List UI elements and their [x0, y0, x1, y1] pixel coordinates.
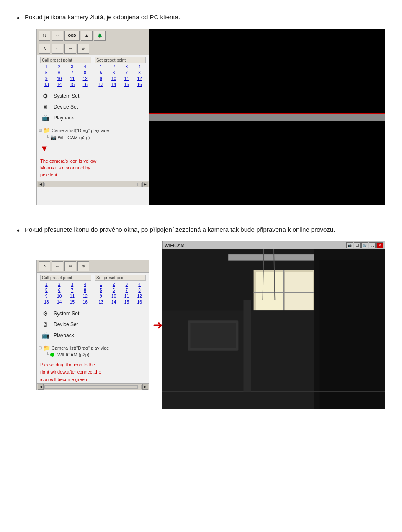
preset-set-14[interactable]: 14: [108, 82, 120, 87]
p2-set-10[interactable]: 10: [108, 293, 120, 299]
system-set-icon: ⚙: [40, 92, 50, 100]
preset-set-3[interactable]: 3: [121, 64, 133, 70]
p2-set-5[interactable]: 5: [95, 288, 107, 293]
preset-call-8[interactable]: 8: [79, 70, 91, 75]
p2-set-8[interactable]: 8: [133, 288, 146, 293]
p2-set-12[interactable]: 12: [133, 293, 146, 299]
preset-set-1[interactable]: 1: [95, 64, 107, 70]
p2-call-14[interactable]: 14: [53, 299, 66, 305]
preset-call-2[interactable]: 2: [53, 64, 66, 70]
svg-rect-13: [191, 323, 236, 348]
tb-phi[interactable]: ⌀: [77, 44, 89, 54]
scroll-left-2[interactable]: ◀: [38, 384, 44, 390]
tb2-back[interactable]: ←: [52, 261, 63, 271]
preset-set-10[interactable]: 10: [108, 76, 120, 81]
p2-call-8[interactable]: 8: [79, 288, 91, 293]
preset-set-2[interactable]: 2: [108, 64, 120, 70]
preset-call-4[interactable]: 4: [79, 64, 91, 70]
preset-call-11[interactable]: 11: [66, 76, 79, 81]
scroll-right[interactable]: ▶: [142, 182, 148, 187]
preset-call-13[interactable]: 13: [40, 82, 53, 87]
tb-osd[interactable]: OSD: [64, 31, 80, 41]
preset-call-15[interactable]: 15: [66, 82, 79, 87]
p2-call-4[interactable]: 4: [79, 282, 91, 287]
preset-set-4[interactable]: 4: [133, 64, 146, 70]
preset-call-6[interactable]: 6: [53, 70, 66, 75]
scroll-left[interactable]: ◀: [38, 182, 44, 187]
p2-call-5[interactable]: 5: [40, 288, 53, 293]
preset-call-7[interactable]: 7: [66, 70, 79, 75]
system-set-label: System Set: [54, 93, 79, 99]
p2-set-1[interactable]: 1: [95, 282, 107, 287]
vc-btn-4[interactable]: ⛶: [369, 242, 376, 248]
p2-set-15[interactable]: 15: [121, 299, 133, 305]
p2-call-9[interactable]: 9: [40, 293, 53, 299]
preset-set-16[interactable]: 16: [133, 82, 146, 87]
tb-updown[interactable]: ↑↓: [39, 31, 50, 41]
preset-set-8[interactable]: 8: [133, 70, 146, 75]
vc-btn-2[interactable]: 🎞: [354, 242, 361, 248]
menu-device-set[interactable]: 🖥 Device Set: [37, 101, 149, 112]
p2-set-2[interactable]: 2: [108, 282, 120, 287]
preset-set-9[interactable]: 9: [95, 76, 107, 81]
tb-back[interactable]: ←: [52, 44, 63, 54]
tb-tree[interactable]: 🌲: [94, 31, 106, 41]
device-set-icon-2: 🖥: [40, 320, 50, 329]
preset-call-9[interactable]: 9: [40, 76, 53, 81]
preset-call-5[interactable]: 5: [40, 70, 53, 75]
p2-set-16[interactable]: 16: [133, 299, 146, 305]
p2-call-10[interactable]: 10: [53, 293, 66, 299]
vc-btn-close[interactable]: ✕: [376, 242, 383, 248]
preset-set-5[interactable]: 5: [95, 70, 107, 75]
p2-set-11[interactable]: 11: [121, 293, 133, 299]
preset-call-10[interactable]: 10: [53, 76, 66, 81]
tb-inf[interactable]: ∞: [64, 44, 76, 54]
menu-system-set[interactable]: ⚙ System Set: [37, 91, 149, 101]
preset-call-16[interactable]: 16: [79, 82, 91, 87]
preset-set-13[interactable]: 13: [95, 82, 107, 87]
vc-btn-1[interactable]: 📷: [346, 242, 353, 248]
preset-set-15[interactable]: 15: [121, 82, 133, 87]
p2-set-3[interactable]: 3: [121, 282, 133, 287]
scrollbar-1[interactable]: ◀ ||| ▶: [37, 181, 149, 187]
menu-playback[interactable]: 📺 Playback: [37, 112, 149, 123]
p2-call-15[interactable]: 15: [66, 299, 79, 305]
scrollbar-2[interactable]: ◀ ||| ▶: [37, 383, 149, 390]
p2-set-7[interactable]: 7: [121, 288, 133, 293]
p2-set-9[interactable]: 9: [95, 293, 107, 299]
vc-btn-3[interactable]: 🔊: [361, 242, 368, 248]
tb-up[interactable]: ▲: [81, 31, 93, 41]
scroll-right-2[interactable]: ▶: [142, 384, 148, 390]
preset-call-3[interactable]: 3: [66, 64, 79, 70]
preset-set-7[interactable]: 7: [121, 70, 133, 75]
tb2-inf[interactable]: ∞: [64, 261, 76, 271]
preset-call-1[interactable]: 1: [40, 64, 53, 70]
preset2-set-grid: 1 2 3 4 5 6 7 8 9 10 11 12 13: [95, 282, 146, 305]
tb-diag[interactable]: ∧: [39, 44, 50, 54]
tb-lr[interactable]: ↔: [52, 31, 63, 41]
p2-call-1[interactable]: 1: [40, 282, 53, 287]
p2-call-2[interactable]: 2: [53, 282, 66, 287]
tb2-phi[interactable]: ⌀: [77, 261, 89, 271]
p2-call-16[interactable]: 16: [79, 299, 91, 305]
p2-call-13[interactable]: 13: [40, 299, 53, 305]
menu2-device-set[interactable]: 🖥 Device Set: [37, 319, 149, 330]
p2-set-4[interactable]: 4: [133, 282, 146, 287]
menu2-playback[interactable]: 📺 Playback: [37, 330, 149, 341]
preset-set-12[interactable]: 12: [133, 76, 146, 81]
p2-call-3[interactable]: 3: [66, 282, 79, 287]
p2-call-6[interactable]: 6: [53, 288, 66, 293]
p2-set-6[interactable]: 6: [108, 288, 120, 293]
menu2-system-set[interactable]: ⚙ System Set: [37, 308, 149, 319]
preset-set-6[interactable]: 6: [108, 70, 120, 75]
p2-set-14[interactable]: 14: [108, 299, 120, 305]
p2-call-12[interactable]: 12: [79, 293, 91, 299]
preset-set-11[interactable]: 11: [121, 76, 133, 81]
system-set-icon-2: ⚙: [40, 309, 50, 318]
preset-call-12[interactable]: 12: [79, 76, 91, 81]
p2-call-11[interactable]: 11: [66, 293, 79, 299]
preset-call-14[interactable]: 14: [53, 82, 66, 87]
p2-set-13[interactable]: 13: [95, 299, 107, 305]
tb2-diag[interactable]: ∧: [39, 261, 50, 271]
p2-call-7[interactable]: 7: [66, 288, 79, 293]
